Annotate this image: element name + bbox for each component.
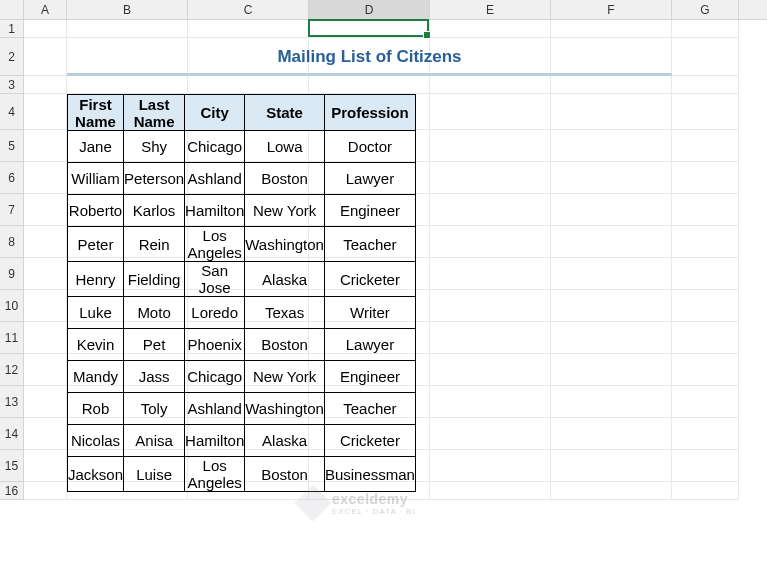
- cell-G10[interactable]: [672, 290, 739, 322]
- table-cell[interactable]: Mandy: [68, 361, 124, 393]
- table-cell[interactable]: New York: [245, 361, 325, 393]
- row-header-7[interactable]: 7: [0, 194, 24, 226]
- cell-G13[interactable]: [672, 386, 739, 418]
- cell-A2[interactable]: [24, 38, 67, 76]
- cell-A1[interactable]: [24, 20, 67, 38]
- row-header-2[interactable]: 2: [0, 38, 24, 76]
- cell-G2[interactable]: [672, 38, 739, 76]
- cell-G1[interactable]: [672, 20, 739, 38]
- table-cell[interactable]: Luke: [68, 297, 124, 329]
- table-header[interactable]: Last Name: [124, 95, 185, 131]
- table-cell[interactable]: Anisa: [124, 425, 185, 457]
- table-cell[interactable]: Washington: [245, 227, 325, 262]
- row-header-4[interactable]: 4: [0, 94, 24, 130]
- cell-F15[interactable]: [551, 450, 672, 482]
- table-cell[interactable]: Jane: [68, 131, 124, 163]
- select-all-corner[interactable]: [0, 0, 24, 20]
- table-cell[interactable]: Cricketer: [324, 262, 415, 297]
- cell-B3[interactable]: [67, 76, 188, 94]
- cell-E9[interactable]: [430, 258, 551, 290]
- cell-E6[interactable]: [430, 162, 551, 194]
- row-header-16[interactable]: 16: [0, 482, 24, 500]
- cell-E10[interactable]: [430, 290, 551, 322]
- row-header-14[interactable]: 14: [0, 418, 24, 450]
- table-cell[interactable]: Writer: [324, 297, 415, 329]
- table-cell[interactable]: Rein: [124, 227, 185, 262]
- cell-E13[interactable]: [430, 386, 551, 418]
- cell-F12[interactable]: [551, 354, 672, 386]
- cell-G5[interactable]: [672, 130, 739, 162]
- row-header-9[interactable]: 9: [0, 258, 24, 290]
- cell-F16[interactable]: [551, 482, 672, 500]
- cell-E3[interactable]: [430, 76, 551, 94]
- table-cell[interactable]: Fielding: [124, 262, 185, 297]
- cell-A7[interactable]: [24, 194, 67, 226]
- table-cell[interactable]: Lowa: [245, 131, 325, 163]
- cell-D1[interactable]: [309, 20, 430, 38]
- table-cell[interactable]: William: [68, 163, 124, 195]
- cell-F3[interactable]: [551, 76, 672, 94]
- cell-G15[interactable]: [672, 450, 739, 482]
- table-cell[interactable]: Toly: [124, 393, 185, 425]
- cell-F13[interactable]: [551, 386, 672, 418]
- cell-C1[interactable]: [188, 20, 309, 38]
- table-cell[interactable]: Lawyer: [324, 163, 415, 195]
- table-cell[interactable]: Phoenix: [185, 329, 245, 361]
- cell-E1[interactable]: [430, 20, 551, 38]
- cell-A3[interactable]: [24, 76, 67, 94]
- row-header-11[interactable]: 11: [0, 322, 24, 354]
- cell-E7[interactable]: [430, 194, 551, 226]
- cell-G3[interactable]: [672, 76, 739, 94]
- cell-F11[interactable]: [551, 322, 672, 354]
- cell-G4[interactable]: [672, 94, 739, 130]
- cell-A16[interactable]: [24, 482, 67, 500]
- cell-A14[interactable]: [24, 418, 67, 450]
- table-cell[interactable]: Boston: [245, 329, 325, 361]
- row-header-15[interactable]: 15: [0, 450, 24, 482]
- col-header-F[interactable]: F: [551, 0, 672, 19]
- row-header-8[interactable]: 8: [0, 226, 24, 258]
- row-header-5[interactable]: 5: [0, 130, 24, 162]
- cell-A9[interactable]: [24, 258, 67, 290]
- table-cell[interactable]: Rob: [68, 393, 124, 425]
- row-header-3[interactable]: 3: [0, 76, 24, 94]
- table-cell[interactable]: Nicolas: [68, 425, 124, 457]
- table-cell[interactable]: Karlos: [124, 195, 185, 227]
- cell-E5[interactable]: [430, 130, 551, 162]
- cell-F5[interactable]: [551, 130, 672, 162]
- cell-E14[interactable]: [430, 418, 551, 450]
- cell-E16[interactable]: [430, 482, 551, 500]
- cell-G16[interactable]: [672, 482, 739, 500]
- table-header[interactable]: First Name: [68, 95, 124, 131]
- cell-G11[interactable]: [672, 322, 739, 354]
- table-cell[interactable]: Kevin: [68, 329, 124, 361]
- table-cell[interactable]: Businessman: [324, 457, 415, 492]
- table-cell[interactable]: Engineer: [324, 195, 415, 227]
- cell-F7[interactable]: [551, 194, 672, 226]
- title-cell[interactable]: Mailing List of Citizens: [67, 38, 672, 76]
- cell-E11[interactable]: [430, 322, 551, 354]
- table-cell[interactable]: Jass: [124, 361, 185, 393]
- table-cell[interactable]: New York: [245, 195, 325, 227]
- table-cell[interactable]: Alaska: [245, 425, 325, 457]
- row-header-12[interactable]: 12: [0, 354, 24, 386]
- cell-A15[interactable]: [24, 450, 67, 482]
- row-header-13[interactable]: 13: [0, 386, 24, 418]
- table-cell[interactable]: Chicago: [185, 131, 245, 163]
- row-header-6[interactable]: 6: [0, 162, 24, 194]
- cell-A10[interactable]: [24, 290, 67, 322]
- table-cell[interactable]: Teacher: [324, 393, 415, 425]
- table-cell[interactable]: Cricketer: [324, 425, 415, 457]
- table-cell[interactable]: Texas: [245, 297, 325, 329]
- cell-G7[interactable]: [672, 194, 739, 226]
- table-header[interactable]: State: [245, 95, 325, 131]
- table-cell[interactable]: San Jose: [185, 262, 245, 297]
- col-header-A[interactable]: A: [24, 0, 67, 19]
- cell-F9[interactable]: [551, 258, 672, 290]
- cell-A12[interactable]: [24, 354, 67, 386]
- table-cell[interactable]: Teacher: [324, 227, 415, 262]
- table-cell[interactable]: Hamilton: [185, 195, 245, 227]
- cell-F1[interactable]: [551, 20, 672, 38]
- col-header-C[interactable]: C: [188, 0, 309, 19]
- cell-A4[interactable]: [24, 94, 67, 130]
